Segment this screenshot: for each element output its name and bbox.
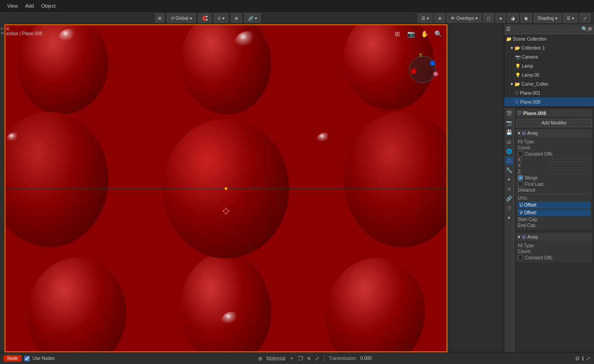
zoom-icon[interactable]: 🔍 <box>433 29 443 39</box>
first-last-checkbox[interactable] <box>518 181 523 187</box>
array2-count-label: Count: <box>518 249 547 254</box>
prop-scene-icon[interactable]: 🎬 <box>505 109 513 117</box>
prop-modifier-icon[interactable]: 🔧 <box>505 166 513 174</box>
prop-view-layer-icon[interactable]: 🗂 <box>505 138 513 146</box>
camera-icon[interactable]: 📷 <box>406 29 416 39</box>
outliner-camera[interactable]: 📷 Camera <box>504 52 594 61</box>
gizmo-btn[interactable]: ⊕ <box>434 14 445 23</box>
proportional-button[interactable]: ⊙ ▾ <box>214 14 228 23</box>
viewport-display-btn[interactable]: ☰ ▾ <box>418 14 433 23</box>
viewport-gizmo[interactable]: Y <box>405 51 441 88</box>
share-material-icon[interactable]: ⤢ <box>315 355 319 362</box>
x-value[interactable] <box>549 159 590 161</box>
array1-header[interactable]: ▾ ⊞ Array <box>516 129 592 138</box>
pivot-icon: ⊕ <box>235 16 238 21</box>
shading-btn[interactable]: Shading ▾ <box>534 14 561 23</box>
bottom-settings-icon[interactable]: ⚙ <box>575 355 580 362</box>
prop-particles-icon[interactable]: ✦ <box>505 175 513 184</box>
use-nodes-checkbox[interactable] <box>24 356 30 361</box>
pivot-button[interactable]: ⊕ <box>231 14 242 23</box>
viewport[interactable]: ic ection | Plane.008 <box>5 24 447 352</box>
end-cap-row: End Cap: <box>518 223 590 228</box>
wireframe-btn[interactable]: ◻ <box>483 14 494 23</box>
prop-object-icon[interactable]: ⬡ <box>505 157 513 165</box>
collection1-label: Collection 1 <box>521 46 545 51</box>
top-nav-bar: View Add Object <box>0 0 594 12</box>
grid-view-icon[interactable]: ⊞ <box>392 29 402 39</box>
eye-icon: 👁 <box>451 16 455 21</box>
solid-btn[interactable]: ● <box>496 14 506 23</box>
left-toolbar: ic ection | Plane.008 <box>0 24 5 352</box>
outliner-lamp1[interactable]: 💡 Lamp <box>504 61 594 70</box>
prop-object-data-icon[interactable]: ▽ <box>505 204 513 212</box>
add-material-icon[interactable]: ＋ <box>289 355 295 362</box>
z-value[interactable] <box>549 171 590 173</box>
transform-chevron: ▾ <box>190 16 192 21</box>
lamp1-icon: 💡 <box>515 64 520 69</box>
uvs-label: UVs: <box>518 196 547 201</box>
mode-selector[interactable]: ⊞ <box>155 14 164 23</box>
array1-body: Fit Type: Count: Constant Offs X: <box>516 138 592 230</box>
snap-button[interactable]: 🧲 <box>198 14 211 23</box>
nav-add[interactable]: Add <box>22 2 38 9</box>
array2-body: Fit Type: Count: Constant Offs <box>516 242 592 263</box>
v-offset-row[interactable]: V Offset: <box>518 209 590 216</box>
engine-button[interactable]: Node <box>4 355 22 362</box>
editor-type-btn[interactable]: ☰ ▾ <box>563 14 578 23</box>
nav-object[interactable]: Object <box>37 2 59 9</box>
outliner-scene-collection[interactable]: 📁 Scene Collection <box>504 34 594 43</box>
overlays-btn[interactable]: 👁 Overlays ▾ <box>447 14 481 23</box>
add-modifier-button[interactable]: Add Modifier <box>516 119 592 127</box>
prop-world-icon[interactable]: 🌐 <box>505 147 513 155</box>
nav-view[interactable]: View <box>4 2 22 9</box>
uvs-row: UVs: <box>518 196 590 201</box>
scene-collection-icon: 📁 <box>506 37 511 41</box>
array2-fit-type-label: Fit Type: <box>518 243 547 248</box>
delete-material-icon[interactable]: ✕ <box>307 355 311 362</box>
merge-checkbox[interactable] <box>518 175 523 180</box>
copy-material-icon[interactable]: ❐ <box>298 355 303 362</box>
fullscreen-btn[interactable]: ⤢ <box>580 14 590 23</box>
gizmo-x-axis <box>411 69 416 74</box>
editor-type-icon[interactable]: ⊕ <box>258 355 262 362</box>
prop-material-icon[interactable]: ● <box>505 213 513 221</box>
constant-offset-checkbox[interactable] <box>518 151 523 157</box>
material-preview-btn[interactable]: ◕ <box>507 14 519 23</box>
array2-constant-label: Constant Offs <box>525 255 554 260</box>
prop-render-icon[interactable]: 📷 <box>505 119 513 127</box>
link-button[interactable]: 🔗 ▾ <box>244 14 261 23</box>
transform-orientation[interactable]: ↺ Global ▾ <box>167 14 196 23</box>
blob-mid-left <box>5 112 108 247</box>
prop-physics-icon[interactable]: ⚛ <box>505 185 513 193</box>
main-content: ic ection | Plane.008 ic ection | Plane.… <box>0 24 594 352</box>
3d-cursor[interactable] <box>222 207 230 215</box>
y-row: Y: <box>518 163 590 168</box>
array2-header[interactable]: ▾ ⊞ Array <box>516 233 592 241</box>
outliner-plane008[interactable]: ▽ Plane.008 <box>504 97 594 106</box>
collection1-expand: ▾ <box>511 45 513 51</box>
rendered-icon: ◉ <box>524 16 528 21</box>
outliner-curve-collection[interactable]: ▾ 📂 Curve_Collec <box>504 79 594 88</box>
outliner-plane001[interactable]: ▽ Plane.001 <box>504 88 594 97</box>
array-modifier-1: ▾ ⊞ Array Fit Type: Count: Const <box>516 129 592 230</box>
hand-icon[interactable]: ✋ <box>419 29 429 39</box>
u-offset-row[interactable]: U Offset: <box>518 202 590 208</box>
gizmo-icon: ⊕ <box>438 16 442 21</box>
outliner-lamp2[interactable]: 💡 Lamp.00 <box>504 70 594 79</box>
array2-name-label: Array <box>527 235 538 240</box>
properties-icon-bar: 🎬 📷 💾 🗂 🌐 ⬡ 🔧 ✦ ⚛ 🔗 ▽ ● <box>504 107 514 352</box>
outliner-header-icon3: ⚙ <box>588 26 592 32</box>
outliner-collection1[interactable]: ▾ 📂 Collection 1 <box>504 43 594 52</box>
3d-scene <box>5 24 447 352</box>
array2-constant-checkbox[interactable] <box>518 255 523 260</box>
y-value[interactable] <box>549 165 590 167</box>
prop-output-icon[interactable]: 💾 <box>505 128 513 136</box>
fit-type-label: Fit Type: <box>518 139 547 144</box>
x-row: X: <box>518 157 590 162</box>
prop-constraints-icon[interactable]: 🔗 <box>505 194 513 203</box>
link-icon: 🔗 <box>248 16 253 21</box>
lamp2-icon: 💡 <box>515 73 520 78</box>
bottom-info-icon[interactable]: ℹ <box>582 355 584 362</box>
bottom-expand-icon[interactable]: ⤢ <box>586 355 590 362</box>
rendered-btn[interactable]: ◉ <box>520 14 532 23</box>
